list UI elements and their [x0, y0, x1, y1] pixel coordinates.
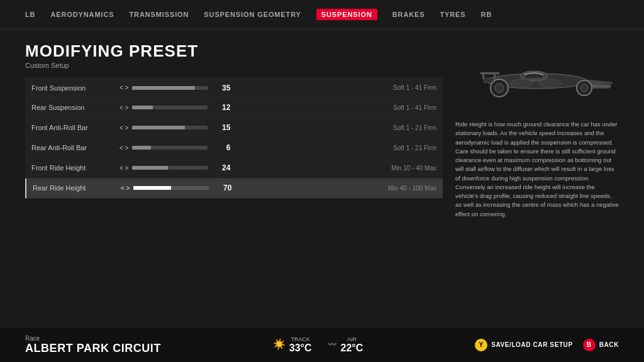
svg-rect-8 — [482, 74, 484, 79]
row-label-rear-ride-height: Rear Ride Height — [33, 184, 121, 192]
row-arrows[interactable]: < > — [119, 84, 128, 91]
nav-brakes[interactable]: BRAKES — [392, 11, 425, 18]
row-value: 12 — [213, 103, 230, 112]
nav-aerodynamics[interactable]: AERODYNAMICS — [50, 11, 114, 18]
row-bar-fill — [132, 126, 185, 129]
row-range: Soft 1 - 41 Firm — [374, 104, 436, 111]
y-button-icon: Y — [475, 339, 487, 351]
svg-point-14 — [538, 79, 561, 88]
row-bar — [132, 126, 208, 129]
row-label-front-suspension: Front Suspension — [31, 84, 119, 92]
bottom-bar: Race ALBERT PARK CIRCUIT ☀️ Track 33°C 〰… — [0, 327, 644, 362]
table-row[interactable]: Front Suspension < > 35 Soft 1 - 41 Firm — [25, 78, 443, 98]
row-range: Min 40 - 100 Max — [374, 185, 436, 192]
row-range: Soft 1 - 21 Firm — [374, 124, 436, 131]
b-button-icon: B — [583, 339, 596, 351]
page-subtitle: Custom Setup — [25, 62, 443, 69]
track-temp: ☀️ Track 33°C — [273, 336, 312, 354]
nav-suspension-geometry[interactable]: SUSPENSION GEOMETRY — [204, 11, 301, 18]
sun-icon: ☀️ — [273, 338, 286, 350]
back-label: BACK — [599, 341, 619, 348]
row-bar — [132, 166, 208, 170]
row-bar — [133, 186, 209, 190]
table-row[interactable]: Rear Suspension < > 12 Soft 1 - 41 Firm — [25, 98, 443, 118]
left-panel: MODIFYING PRESET Custom Setup Front Susp… — [25, 42, 443, 326]
air-label: Air — [347, 336, 357, 343]
svg-point-11 — [580, 84, 588, 92]
main-content: MODIFYING PRESET Custom Setup Front Susp… — [0, 30, 644, 326]
track-value: 33°C — [289, 343, 312, 354]
row-value: 15 — [213, 123, 230, 132]
row-arrows[interactable]: < > — [121, 185, 130, 192]
row-bar — [132, 86, 208, 90]
nav-item-lb-rb: LB — [25, 11, 35, 18]
air-temp: 〰️ Air 22°C — [327, 336, 364, 354]
air-icon: 〰️ — [327, 339, 337, 349]
car-info-description: Ride Height is how much ground clearance… — [455, 120, 619, 219]
table-row-selected[interactable]: Rear Ride Height < > 70 Min 40 - 100 Max — [25, 178, 443, 199]
nav-suspension[interactable]: SUSPENSION — [316, 9, 377, 20]
row-value: 24 — [213, 163, 230, 172]
circuit-name: ALBERT PARK CIRCUIT — [25, 342, 161, 355]
nav-transmission[interactable]: TRANSMISSION — [129, 11, 189, 18]
row-bar-fill — [132, 86, 195, 90]
row-bar-fill-selected — [133, 186, 171, 190]
row-arrows[interactable]: < > — [119, 104, 128, 111]
row-range: Soft 1 - 41 Firm — [374, 84, 436, 91]
page-title: MODIFYING PRESET — [25, 42, 443, 60]
circuit-race-label: Race — [25, 335, 161, 342]
row-bar-fill — [132, 166, 167, 170]
save-load-button[interactable]: Y SAVE/LOAD CAR SETUP — [475, 339, 573, 351]
nav-rb: RB — [481, 11, 492, 18]
weather-info: ☀️ Track 33°C 〰️ Air 22°C — [273, 336, 364, 354]
svg-point-15 — [510, 79, 533, 88]
action-buttons: Y SAVE/LOAD CAR SETUP B BACK — [475, 339, 619, 351]
car-illustration — [455, 42, 619, 111]
row-range: Soft 1 - 21 Firm — [374, 145, 436, 151]
row-label-rear-arb: Rear Anti-Roll Bar — [31, 144, 119, 151]
air-value: 22°C — [341, 343, 364, 354]
svg-rect-9 — [494, 74, 496, 79]
row-value: 6 — [213, 143, 230, 152]
top-navigation: LB AERODYNAMICS TRANSMISSION SUSPENSION … — [0, 0, 644, 30]
row-label-front-arb: Front Anti-Roll Bar — [31, 124, 119, 131]
row-arrows[interactable]: < > — [119, 145, 128, 151]
nav-tyres[interactable]: TYRES — [440, 11, 465, 18]
row-value: 35 — [213, 84, 230, 92]
row-bar — [132, 146, 208, 150]
row-arrows[interactable]: < > — [119, 124, 128, 131]
row-value: 70 — [214, 184, 231, 192]
row-bar-fill — [132, 146, 151, 150]
row-bar-fill — [132, 106, 152, 109]
circuit-info: Race ALBERT PARK CIRCUIT — [25, 335, 161, 355]
back-button[interactable]: B BACK — [583, 339, 619, 351]
row-label-front-ride-height: Front Ride Height — [31, 164, 119, 172]
track-label: Track — [291, 336, 310, 343]
svg-rect-7 — [480, 72, 499, 74]
table-row[interactable]: Front Anti-Roll Bar < > 15 Soft 1 - 21 F… — [25, 118, 443, 138]
row-range: Min 10 - 40 Max — [374, 165, 436, 172]
settings-table: Front Suspension < > 35 Soft 1 - 41 Firm… — [25, 78, 443, 199]
svg-point-13 — [495, 84, 504, 92]
table-row[interactable]: Rear Anti-Roll Bar < > 6 Soft 1 - 21 Fir… — [25, 138, 443, 158]
row-arrows[interactable]: < > — [119, 165, 128, 172]
row-bar — [132, 106, 208, 109]
save-load-label: SAVE/LOAD CAR SETUP — [491, 341, 573, 348]
right-panel: Ride Height is how much ground clearance… — [455, 42, 619, 326]
row-label-rear-suspension: Rear Suspension — [31, 104, 119, 111]
car-svg — [462, 48, 613, 105]
table-row[interactable]: Front Ride Height < > 24 Min 10 - 40 Max — [25, 158, 443, 178]
